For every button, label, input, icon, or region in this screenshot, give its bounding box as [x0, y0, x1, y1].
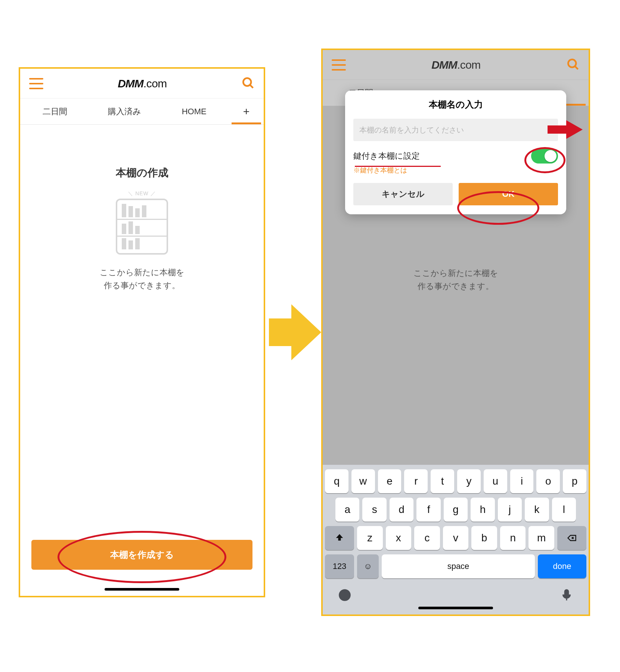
key-g[interactable]: g — [444, 498, 468, 522]
tab-home[interactable]: HOME — [159, 99, 229, 124]
key-h[interactable]: h — [471, 498, 495, 522]
key-b[interactable]: b — [471, 526, 497, 550]
phone-left: DMM.com 二日間 購入済み HOME + 本棚の作成 ＼ NEW ／ — [19, 67, 265, 597]
key-l[interactable]: l — [552, 498, 576, 522]
app-logo: DMM.com — [431, 59, 481, 71]
svg-point-2 — [568, 59, 576, 67]
key-d[interactable]: d — [390, 498, 413, 522]
bookshelf-name-input[interactable] — [353, 119, 558, 141]
new-badge: ＼ NEW ／ — [116, 190, 168, 197]
key-v[interactable]: v — [443, 526, 469, 550]
keyboard-row: zxcvbnm — [325, 526, 586, 550]
search-icon[interactable] — [566, 57, 580, 72]
done-key[interactable]: done — [538, 554, 586, 578]
key-k[interactable]: k — [525, 498, 549, 522]
key-t[interactable]: t — [431, 469, 454, 493]
key-f[interactable]: f — [416, 498, 440, 522]
tab-purchased[interactable]: 購入済み — [90, 99, 159, 124]
globe-icon[interactable] — [338, 588, 352, 604]
key-c[interactable]: c — [414, 526, 440, 550]
app-logo: DMM.com — [118, 77, 167, 90]
tab-bar: 二日間 購入済み HOME + — [20, 99, 264, 125]
bookshelf-icon: ＼ NEW ／ — [116, 190, 168, 255]
app-header: DMM.com — [20, 69, 264, 99]
keyboard-row: qwertyuiop — [325, 469, 586, 493]
tab-add[interactable]: + — [229, 99, 264, 124]
tab-two-days[interactable]: 二日間 — [20, 99, 90, 124]
key-a[interactable]: a — [335, 498, 359, 522]
key-z[interactable]: z — [357, 526, 383, 550]
dialog-title: 本棚名の入力 — [353, 99, 558, 111]
key-j[interactable]: j — [498, 498, 522, 522]
key-i[interactable]: i — [510, 469, 534, 493]
key-q[interactable]: q — [325, 469, 348, 493]
cancel-button[interactable]: キャンセル — [353, 183, 453, 205]
key-s[interactable]: s — [362, 498, 386, 522]
step-arrow-icon — [269, 304, 317, 360]
key-r[interactable]: r — [404, 469, 428, 493]
key-p[interactable]: p — [563, 469, 586, 493]
key-u[interactable]: u — [484, 469, 507, 493]
key-m[interactable]: m — [528, 526, 554, 550]
create-bookshelf-button[interactable]: 本棚を作成する — [31, 540, 252, 570]
svg-point-0 — [243, 78, 251, 86]
search-icon[interactable] — [241, 76, 255, 91]
keyboard-row: 123 ☺ space done — [325, 554, 586, 578]
svg-line-3 — [575, 66, 578, 69]
key-y[interactable]: y — [457, 469, 481, 493]
shift-key[interactable] — [325, 526, 354, 550]
phone-right: DMM.com 二日間 ここから新たに本棚を 作る事ができます。 本棚名の入力 … — [321, 49, 590, 616]
home-indicator[interactable] — [105, 588, 179, 591]
page-title: 本棚の作成 — [20, 166, 264, 180]
backspace-key[interactable] — [557, 526, 586, 550]
keyboard-row: asdfghjkl — [325, 498, 586, 522]
app-header: DMM.com — [323, 50, 589, 80]
menu-icon[interactable] — [332, 59, 346, 71]
empty-state-text: ここから新たに本棚を 作る事ができます。 — [20, 266, 264, 292]
ios-keyboard: qwertyuiop asdfghjkl zxcvbnm 123 ☺ space… — [323, 465, 589, 615]
numbers-key[interactable]: 123 — [325, 554, 354, 578]
menu-icon[interactable] — [29, 78, 43, 89]
key-w[interactable]: w — [351, 469, 375, 493]
annotation-underline-lock — [355, 166, 441, 167]
lock-bookshelf-note-link[interactable]: ※鍵付き本棚とは — [353, 166, 558, 175]
key-x[interactable]: x — [386, 526, 412, 550]
home-indicator[interactable] — [418, 607, 493, 609]
annotation-arrow-input — [548, 120, 585, 139]
key-e[interactable]: e — [378, 469, 402, 493]
mic-icon[interactable] — [559, 588, 574, 604]
svg-line-1 — [250, 85, 253, 88]
lock-bookshelf-toggle[interactable] — [531, 149, 558, 164]
empty-state: 本棚の作成 ＼ NEW ／ ここから新たに本棚を 作る事ができます。 — [20, 125, 264, 292]
create-bookshelf-dialog: 本棚名の入力 鍵付き本棚に設定 ※鍵付き本棚とは キャンセル OK — [345, 90, 566, 214]
lock-bookshelf-label: 鍵付き本棚に設定 — [353, 150, 420, 162]
emoji-key[interactable]: ☺ — [357, 554, 379, 578]
key-n[interactable]: n — [500, 526, 526, 550]
space-key[interactable]: space — [382, 554, 535, 578]
ok-button[interactable]: OK — [459, 183, 558, 205]
key-o[interactable]: o — [536, 469, 560, 493]
